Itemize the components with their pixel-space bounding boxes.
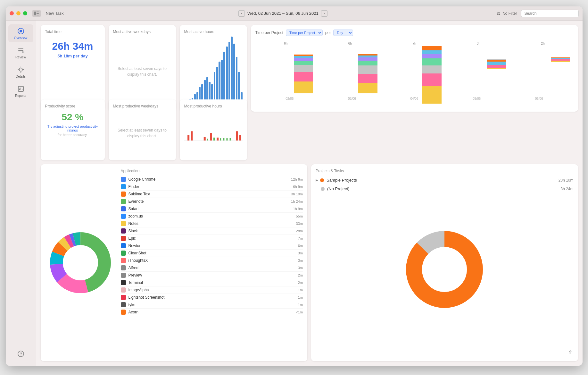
sbc-segment [422, 73, 442, 86]
search-input[interactable] [521, 10, 579, 17]
review-icon [17, 46, 25, 55]
sbc-bar-container [358, 46, 377, 93]
sidebar-item-review[interactable]: Review [8, 44, 33, 62]
list-item: Evernote1h 24m [121, 198, 303, 205]
most-active-weekdays-title: Most active weekdays [113, 30, 171, 34]
titlebar-center: ‹ Wed, 02 Jun 2021 – Sun, 06 Jun 2021 › [69, 10, 497, 17]
project-rows: ▶Sample Projects23h 10m(No Project)3h 24… [316, 176, 574, 193]
app-time: 1h 9m [293, 207, 303, 211]
list-item: Newton6m [121, 242, 303, 250]
most-productive-hours-title: Most productive hours [184, 104, 243, 108]
donut-chart [48, 231, 112, 295]
sbc-segment [358, 65, 377, 74]
svg-rect-20 [191, 131, 193, 141]
sbc-bar-container [294, 46, 313, 93]
sbc-column: 2h [516, 42, 570, 97]
sbc-segment [294, 81, 313, 93]
bar [236, 57, 238, 102]
sidebar-toggle-button[interactable] [32, 10, 41, 17]
sidebar-item-overview[interactable]: Overview [8, 24, 33, 42]
traffic-lights [10, 11, 27, 15]
sbc-segment [551, 61, 570, 62]
bar [226, 47, 228, 102]
sbc-segment [422, 54, 442, 58]
bar [216, 67, 218, 102]
app-time: 1h 24m [291, 200, 303, 203]
app-time: 2m [298, 281, 303, 285]
list-item: Alfred3m [121, 264, 303, 272]
app-list: Applications Google Chrome12h 6mFinder6h… [121, 169, 303, 357]
app-body: Overview Review [6, 21, 583, 366]
sbc-x-label: 05/06 [473, 97, 481, 100]
titlebar-right: ⚖ No Filter [497, 10, 578, 17]
tpp-header: Time per Project Time per Project per Da… [255, 30, 574, 36]
per-day-suffix: per day [72, 54, 88, 58]
app-name: Evernote [128, 199, 291, 204]
prev-period-button[interactable]: ‹ [238, 10, 245, 17]
app-icon [121, 243, 126, 248]
app-icon [121, 221, 126, 226]
svg-rect-28 [220, 138, 221, 141]
app-name: Newton [128, 243, 298, 248]
close-button[interactable] [10, 11, 14, 15]
svg-rect-2 [37, 13, 39, 14]
list-item: Slack28m [121, 227, 303, 235]
sidebar-help-button[interactable]: ? [8, 347, 33, 361]
svg-rect-22 [210, 133, 212, 141]
app-time: 6h 9m [293, 185, 303, 189]
app-name: Epic [128, 236, 298, 241]
app-time: 3m [298, 259, 303, 262]
app-name: tyke [128, 303, 298, 307]
svg-rect-3 [37, 15, 39, 15]
list-item: Notes33m [121, 220, 303, 227]
tpp-project-select[interactable]: Time per Project [286, 30, 323, 36]
total-time-sub: 5h 18m per day [45, 54, 100, 58]
svg-rect-21 [203, 137, 205, 141]
total-time-title: Total time [45, 30, 100, 34]
productivity-score-card: Productivity score 52 % Try adjusting pr… [41, 99, 105, 160]
app-name: Safari [128, 207, 293, 211]
list-item: Sublime Text3h 10m [121, 191, 303, 198]
donut-chart-projects [316, 193, 574, 345]
date-range: Wed, 02 Jun 2021 – Sun, 06 Jun 2021 [247, 11, 319, 16]
svg-rect-31 [229, 138, 231, 141]
svg-rect-27 [213, 138, 215, 141]
app-icon [121, 251, 126, 256]
tpp-period-select[interactable]: Day Week [333, 30, 353, 36]
bar [209, 82, 211, 102]
next-period-button[interactable]: › [321, 10, 327, 17]
details-icon [17, 65, 25, 74]
projects-donut [403, 228, 486, 311]
svg-rect-0 [34, 12, 36, 15]
share-projects-button[interactable]: ⇧ [567, 348, 574, 357]
most-active-hours-card: Most active hours 0 6 12 18 [180, 25, 247, 112]
sbc-x-label: 06/06 [535, 97, 543, 100]
app-icon [121, 310, 126, 315]
sbc-bar-container [487, 46, 506, 69]
svg-point-8 [20, 67, 21, 68]
sidebar-item-reports[interactable]: Reports [8, 82, 33, 100]
project-row: (No Project)3h 24m [316, 184, 574, 193]
sidebar-item-details[interactable]: Details [8, 63, 33, 81]
bar [223, 52, 225, 102]
sidebar-bottom: ? [8, 347, 33, 366]
filter-label: No Filter [502, 11, 517, 16]
productivity-link[interactable]: Try adjusting project productivity ratin… [45, 124, 100, 132]
sbc-segment [358, 83, 377, 93]
most-active-hours-title: Most active hours [184, 30, 243, 34]
list-item: Lightshot Screenshot1m [121, 294, 303, 301]
middle-row: Productivity score 52 % Try adjusting pr… [41, 99, 578, 160]
maximize-button[interactable] [23, 11, 27, 15]
minimize-button[interactable] [16, 11, 21, 15]
app-icon [121, 280, 126, 285]
stacked-bar-chart: 6h6h7h3h2h 02/0603/0604/0605/0606/06 [255, 38, 574, 103]
tpp-title: Time per Project [255, 30, 284, 35]
sidebar-label-overview: Overview [14, 36, 28, 40]
sbc-segment [294, 65, 313, 72]
list-item: Terminal2m [121, 279, 303, 286]
sidebar: Overview Review [6, 21, 36, 366]
productivity-title: Productivity score [45, 104, 100, 108]
svg-point-11 [23, 69, 24, 70]
project-expand-icon[interactable]: ▶ [316, 178, 318, 182]
app-icon [121, 206, 126, 211]
